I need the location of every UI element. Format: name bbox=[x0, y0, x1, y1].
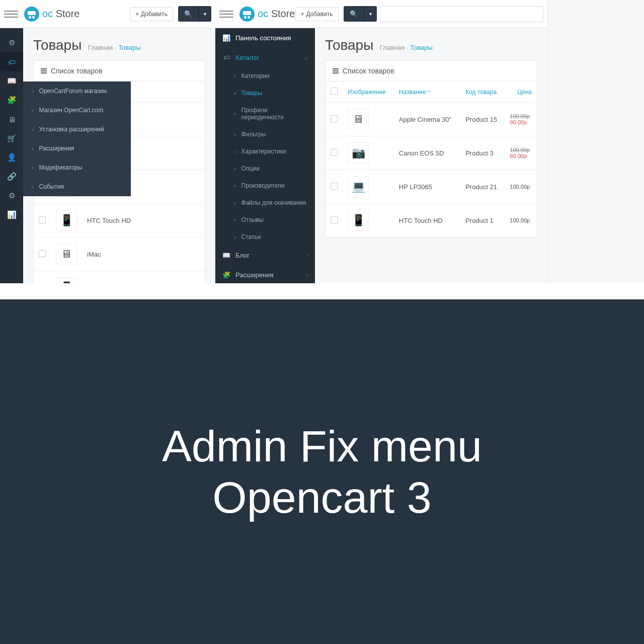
product-name: Apple Cinema 30" bbox=[394, 103, 460, 136]
product-name: HTC Touch HD bbox=[394, 204, 460, 237]
list-icon bbox=[333, 68, 339, 73]
hamburger-icon[interactable] bbox=[219, 7, 233, 21]
search-button[interactable]: 🔍 bbox=[344, 6, 364, 22]
rail-customers-icon[interactable]: 👤 bbox=[0, 148, 23, 167]
table-row: 📱HTC Touch HDProduct 1100.00р bbox=[326, 204, 537, 237]
product-sku: Product 15 bbox=[460, 103, 505, 136]
product-thumb: 📱 bbox=[56, 277, 77, 283]
card-header: Список товаров bbox=[326, 61, 537, 82]
rail-catalog-icon[interactable]: 🏷 bbox=[0, 52, 23, 71]
flyout-item[interactable]: События bbox=[23, 177, 131, 196]
sidebar-item[interactable]: 📊Панель состояния bbox=[215, 28, 315, 48]
hamburger-icon[interactable] bbox=[4, 7, 18, 21]
sidebar-subitem[interactable]: Файлы для скачивания bbox=[215, 194, 315, 211]
checkbox[interactable] bbox=[331, 183, 338, 190]
logo[interactable]: oc Store bbox=[239, 7, 295, 22]
table-row: 🖥Apple Cinema 30"Product 15100.00р90.00р bbox=[326, 103, 537, 136]
list-icon bbox=[41, 68, 47, 73]
page-header: Товары Главная · Товары bbox=[315, 28, 547, 60]
product-thumb: 🖥 bbox=[348, 109, 369, 130]
banner: Admin Fix menu Opencart 3 bbox=[0, 299, 644, 644]
rail-marketing-icon[interactable]: 🔗 bbox=[0, 167, 23, 186]
product-thumb: 📱 bbox=[56, 210, 77, 231]
nav-icon: 📖 bbox=[222, 252, 230, 259]
checkbox[interactable] bbox=[331, 149, 338, 156]
add-button[interactable]: +Добавить bbox=[130, 7, 173, 21]
search-button[interactable]: 🔍 bbox=[178, 6, 198, 22]
rail-design-icon[interactable]: 🖥 bbox=[0, 110, 23, 129]
product-price: 100.00р bbox=[505, 204, 537, 237]
sidebar-subitem[interactable]: Отзывы bbox=[215, 211, 315, 228]
crumb-current[interactable]: Товары bbox=[118, 44, 141, 51]
product-price: 100.00р bbox=[505, 170, 537, 204]
table-row: 🖥iMac bbox=[34, 237, 205, 271]
checkbox[interactable] bbox=[331, 115, 338, 122]
flyout-item[interactable]: Установка расширений bbox=[23, 120, 131, 139]
sidebar-subitem[interactable]: Производители bbox=[215, 177, 315, 194]
caret-down-icon: ▾ bbox=[204, 11, 206, 17]
sidebar-subitem[interactable]: Опции bbox=[215, 160, 315, 177]
checkbox[interactable] bbox=[331, 216, 338, 223]
product-name: Canon EOS 5D bbox=[394, 136, 460, 170]
table-row: 📱HTC Touch HD bbox=[34, 204, 205, 237]
checkbox[interactable] bbox=[39, 216, 46, 223]
flyout-item[interactable]: OpenCartForum магазин bbox=[23, 82, 131, 101]
logo[interactable]: oc Store bbox=[24, 7, 80, 22]
checkbox[interactable] bbox=[39, 250, 46, 257]
search-dropdown[interactable]: ▾ bbox=[198, 6, 211, 22]
product-sku: Product 3 bbox=[460, 136, 505, 170]
product-name: HP LP3065 bbox=[394, 170, 460, 204]
sidebar-item[interactable]: 📖Блог› bbox=[215, 246, 315, 265]
sidebar-subitem[interactable]: Характеристики bbox=[215, 143, 315, 160]
col-name[interactable]: Название bbox=[394, 82, 460, 103]
icon-sidebar: ⚙ 🏷 📖 🧩 🖥 🛒 👤 🔗 ⚙ 📊 bbox=[0, 28, 23, 283]
flyout-item[interactable]: Магазин OpenCart.com bbox=[23, 101, 131, 120]
col-price[interactable]: Цена bbox=[505, 82, 537, 103]
rail-extensions-icon[interactable]: 🧩 bbox=[0, 91, 23, 110]
banner-title: Admin Fix menu Opencart 3 bbox=[162, 421, 482, 522]
chevron-icon: › bbox=[306, 253, 308, 258]
table-row: 📷Canon EOS 5DProduct 3100.00р80.00р bbox=[326, 136, 537, 170]
rail-sales-icon[interactable]: 🛒 bbox=[0, 129, 23, 148]
search-input[interactable] bbox=[380, 6, 543, 22]
plus-icon: + bbox=[135, 11, 139, 18]
sidebar-subitem[interactable]: Статьи bbox=[215, 228, 315, 246]
search-icon: 🔍 bbox=[350, 10, 358, 18]
flyout-item[interactable]: Расширения bbox=[23, 139, 131, 158]
extensions-flyout: OpenCartForum магазинМагазин OpenCart.co… bbox=[23, 82, 131, 196]
crumb-current[interactable]: Товары bbox=[410, 44, 433, 51]
search-dropdown[interactable]: ▾ bbox=[364, 6, 377, 22]
chevron-icon: › bbox=[306, 272, 308, 278]
rail-system-icon[interactable]: ⚙ bbox=[0, 186, 23, 205]
card-header: Список товаров bbox=[34, 61, 205, 82]
breadcrumb: Главная · Товары bbox=[88, 44, 141, 51]
col-image[interactable]: Изображение bbox=[343, 82, 394, 103]
product-name: HTC Touch HD bbox=[82, 204, 205, 237]
sidebar-item[interactable]: 🏷Каталог⌄ bbox=[215, 48, 315, 67]
flyout-item[interactable]: Модификаторы bbox=[23, 158, 131, 177]
nav-icon: 🏷 bbox=[222, 54, 230, 61]
logo-icon bbox=[239, 7, 255, 22]
col-sku[interactable]: Код товара bbox=[460, 82, 505, 103]
product-thumb: 💻 bbox=[348, 176, 369, 197]
product-thumb: 📷 bbox=[348, 142, 369, 164]
sidebar-subitem[interactable]: Профили периодичности bbox=[215, 102, 315, 126]
rail-dashboard-icon[interactable]: ⚙ bbox=[0, 33, 23, 52]
sidebar-item[interactable]: 🧩Расширения› bbox=[215, 265, 315, 283]
page-header: Товары Главная · Товары bbox=[23, 28, 215, 60]
page-title: Товары bbox=[325, 37, 373, 53]
caret-down-icon: ▾ bbox=[369, 11, 372, 17]
logo-icon bbox=[24, 7, 39, 22]
rail-blog-icon[interactable]: 📖 bbox=[0, 71, 23, 91]
product-thumb: 🖥 bbox=[56, 244, 77, 265]
checkbox-all[interactable] bbox=[331, 88, 338, 95]
product-name: iPhone bbox=[82, 271, 205, 284]
nav-icon: 📊 bbox=[222, 34, 230, 42]
sidebar-subitem[interactable]: Фильтры bbox=[215, 126, 315, 143]
sidebar-subitem[interactable]: Категории bbox=[215, 67, 315, 85]
nav-icon: 🧩 bbox=[222, 271, 230, 279]
add-button[interactable]: +Добавить bbox=[295, 7, 339, 21]
topbar: oc Store +Добавить 🔍 ▾ bbox=[215, 0, 547, 28]
rail-reports-icon[interactable]: 📊 bbox=[0, 205, 23, 224]
sidebar-subitem[interactable]: Товары bbox=[215, 85, 315, 102]
